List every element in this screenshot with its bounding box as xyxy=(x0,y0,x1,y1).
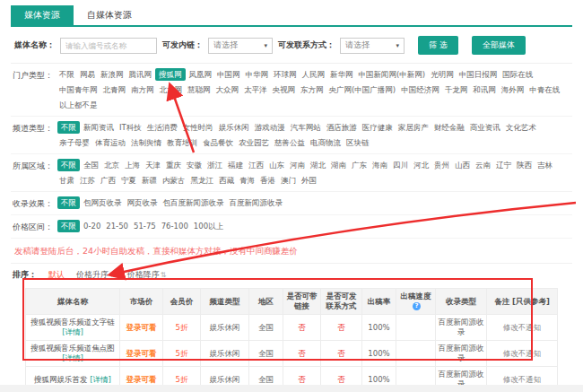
filter-chip[interactable]: 中国日报网 xyxy=(457,68,500,81)
filter-chip[interactable]: 包网页收录 xyxy=(82,196,124,209)
sort-option-default[interactable]: 默认 xyxy=(48,269,65,281)
filter-chip[interactable]: 网页收录 xyxy=(126,196,160,209)
filter-chip[interactable]: 山西 xyxy=(453,159,472,171)
filter-chip[interactable]: 以上都不是 xyxy=(57,99,100,111)
sort-option-price-desc[interactable]: 价格降序⇅ xyxy=(127,269,167,281)
filter-chip[interactable]: 宁夏 xyxy=(119,174,138,187)
filter-chip[interactable]: 北方网 xyxy=(158,83,185,96)
filter-chip[interactable]: 西藏 xyxy=(217,174,236,187)
filter-chip[interactable]: 和讯网 xyxy=(471,83,498,96)
filter-chip[interactable]: 100以上 xyxy=(192,220,225,232)
filter-chip[interactable]: 太平洋 xyxy=(242,83,269,96)
filter-chip[interactable]: 教育培训 xyxy=(165,136,199,149)
sort-option-price-asc[interactable]: 价格升序⇅ xyxy=(76,269,116,281)
media-name-input[interactable] xyxy=(60,38,157,54)
filter-chip[interactable]: 游戏动漫 xyxy=(253,121,287,134)
filter-chip[interactable]: 陕西 xyxy=(515,159,534,171)
tab-media-resources[interactable]: 媒体资源 xyxy=(11,5,74,25)
filter-chip[interactable]: 青海 xyxy=(238,174,257,187)
filter-chip[interactable]: 新闻资讯 xyxy=(82,121,116,134)
filter-chip[interactable]: 南方网 xyxy=(129,83,156,96)
filter-chip[interactable]: 76-100 xyxy=(160,220,190,232)
filter-chip[interactable]: 百度新闻源收录 xyxy=(228,196,285,209)
filter-chip[interactable]: 文化艺术 xyxy=(504,121,538,134)
filter-chip[interactable]: 福建 xyxy=(226,159,245,171)
filter-button[interactable]: 筛 选 xyxy=(418,36,458,55)
filter-chip[interactable]: 中国网 xyxy=(215,68,242,81)
filter-chip[interactable]: 不限 xyxy=(57,159,80,171)
filter-chip[interactable]: 农业园艺 xyxy=(237,136,271,149)
filter-chip[interactable]: 搜狐网 xyxy=(155,68,186,81)
filter-chip[interactable]: 21-50 xyxy=(104,220,130,232)
filter-chip[interactable]: 央广网(中国广播网) xyxy=(327,83,398,96)
filter-chip[interactable]: 全国 xyxy=(82,159,100,171)
detail-link[interactable]: [详情] xyxy=(90,375,111,384)
filter-chip[interactable]: 商业资讯 xyxy=(468,121,502,134)
filter-chip[interactable]: 不限 xyxy=(57,121,80,134)
filter-chip[interactable]: 澳门 xyxy=(279,174,298,187)
filter-chip[interactable]: 人民网 xyxy=(300,68,327,81)
inlink-select[interactable]: 请选择 ▾ xyxy=(208,38,273,54)
filter-chip[interactable]: 央视网 xyxy=(271,83,298,96)
filter-chip[interactable]: 湖北 xyxy=(309,159,327,171)
filter-chip[interactable]: 中国新闻网(中新网) xyxy=(357,68,428,81)
filter-chip[interactable]: 电商物流 xyxy=(309,136,343,149)
filter-chip[interactable]: 中青在线 xyxy=(527,83,561,96)
filter-chip[interactable]: 中国青年网 xyxy=(57,83,100,96)
filter-chip[interactable]: 河北 xyxy=(412,159,431,171)
filter-chip[interactable]: 北京 xyxy=(102,159,121,171)
detail-link[interactable]: [详情] xyxy=(62,353,83,362)
filter-chip[interactable]: 香港 xyxy=(258,174,277,187)
filter-chip[interactable]: 环球网 xyxy=(272,68,299,81)
filter-chip[interactable]: 山东 xyxy=(267,159,286,171)
filter-chip[interactable]: 江苏 xyxy=(78,174,97,187)
filter-chip[interactable]: 外国 xyxy=(300,174,318,187)
filter-chip[interactable]: 娱乐休闲 xyxy=(217,121,251,134)
filter-chip[interactable]: 法制舆情 xyxy=(129,136,163,149)
filter-chip[interactable]: 腾讯网 xyxy=(127,68,154,81)
filter-chip[interactable]: 财经金融 xyxy=(432,121,466,134)
contact-select[interactable]: 请选择 ▾ xyxy=(340,38,405,54)
filter-chip[interactable]: 黑龙江 xyxy=(189,174,216,187)
filter-chip[interactable]: 区块链 xyxy=(344,136,371,149)
filter-chip[interactable]: 中国经济网 xyxy=(399,83,441,96)
help-icon[interactable]: ? xyxy=(413,302,421,310)
filter-chip[interactable]: 上海 xyxy=(123,159,142,171)
filter-chip[interactable]: 安徽 xyxy=(185,159,204,171)
filter-chip[interactable]: 重庆 xyxy=(164,159,183,171)
filter-chip[interactable]: 海南 xyxy=(370,159,389,171)
filter-chip[interactable]: 51-75 xyxy=(132,220,158,232)
filter-chip[interactable]: 包百度新闻源收录 xyxy=(161,196,226,209)
filter-chip[interactable]: 北青网 xyxy=(101,83,128,96)
filter-chip[interactable]: 江西 xyxy=(247,159,265,171)
filter-chip[interactable]: 家居房产 xyxy=(396,121,431,134)
filter-chip[interactable]: 生活消费 xyxy=(145,121,179,134)
filter-chip[interactable]: 贵州 xyxy=(432,159,451,171)
filter-chip[interactable]: 内蒙古 xyxy=(161,174,187,187)
filter-chip[interactable]: 网易 xyxy=(78,68,97,81)
filter-chip[interactable]: 光明网 xyxy=(429,68,456,81)
filter-chip[interactable]: 广东 xyxy=(350,159,369,171)
filter-chip[interactable]: 女性时尚 xyxy=(181,121,215,134)
filter-chip[interactable]: 新浪网 xyxy=(99,68,126,81)
filter-chip[interactable]: 酒店旅游 xyxy=(325,121,359,134)
filter-chip[interactable]: 海外网 xyxy=(500,83,526,96)
filter-chip[interactable]: 新疆 xyxy=(140,174,159,187)
filter-chip[interactable]: 辽宁 xyxy=(494,159,513,171)
filter-chip[interactable]: 四川 xyxy=(391,159,410,171)
filter-chip[interactable]: 慈善公益 xyxy=(273,136,307,149)
filter-chip[interactable]: 广西 xyxy=(99,174,117,187)
filter-chip[interactable]: 大众网 xyxy=(214,83,241,96)
filter-chip[interactable]: 医疗健康 xyxy=(361,121,395,134)
filter-chip[interactable]: 凤凰网 xyxy=(187,68,214,81)
filter-chip[interactable]: 食品餐饮 xyxy=(201,136,235,149)
tab-self-media-resources[interactable]: 自媒体资源 xyxy=(74,5,145,25)
filter-chip[interactable]: 甘肃 xyxy=(57,174,76,187)
filter-chip[interactable]: 浙江 xyxy=(205,159,224,171)
filter-chip[interactable]: 云南 xyxy=(474,159,492,171)
filter-chip[interactable]: IT科技 xyxy=(117,121,144,134)
filter-chip[interactable]: 湖南 xyxy=(329,159,348,171)
filter-chip[interactable]: 河南 xyxy=(288,159,307,171)
filter-chip[interactable]: 亲子母婴 xyxy=(57,136,91,149)
filter-chip[interactable]: 国际在线 xyxy=(500,68,535,81)
